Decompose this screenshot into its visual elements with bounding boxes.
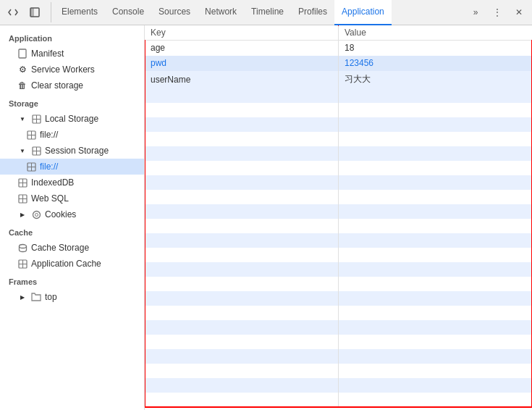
empty-row <box>145 103 532 117</box>
svg-rect-2 <box>19 49 26 58</box>
session-storage-icon <box>31 146 41 156</box>
cell-value: 18 <box>339 41 533 56</box>
sidebar-item-label: Web SQL <box>31 193 69 204</box>
empty-row <box>145 248 532 262</box>
svg-rect-1 <box>30 8 34 17</box>
cache-storage-icon <box>17 243 28 253</box>
tab-profiles[interactable]: Profiles <box>291 0 334 25</box>
data-table: Key Value age18pwd123456userName习大大 <box>145 25 532 407</box>
sidebar-item-frames-top[interactable]: ▶ top <box>0 289 144 305</box>
sidebar-section-application: Application <box>0 28 144 46</box>
empty-row <box>145 277 532 291</box>
toolbar-icons <box>3 2 51 22</box>
more-tabs-button[interactable]: » <box>465 2 486 22</box>
close-devtools-button[interactable]: ✕ <box>509 2 529 22</box>
empty-row <box>145 306 532 320</box>
file-icon <box>17 49 28 59</box>
websql-icon <box>17 193 28 204</box>
back-forward-icon[interactable] <box>3 2 23 22</box>
col-header-key: Key <box>145 25 339 41</box>
sidebar-item-session-storage[interactable]: ▼ Session Storage <box>0 143 144 159</box>
sidebar-item-label: Session Storage <box>45 146 109 156</box>
empty-row <box>145 393 532 407</box>
sidebar-item-label: Clear storage <box>31 80 83 91</box>
tab-timeline[interactable]: Timeline <box>244 0 291 25</box>
expand-icon3: ▶ <box>17 209 28 219</box>
session-file-icon <box>26 162 36 172</box>
tab-sources[interactable]: Sources <box>151 0 198 25</box>
right-panel: Key Value age18pwd123456userName习大大 <box>145 25 532 410</box>
indexeddb-icon <box>17 177 28 188</box>
dock-icon[interactable] <box>25 2 45 22</box>
app-cache-icon <box>17 259 28 269</box>
sidebar-item-cookies[interactable]: ▶ Cookies <box>0 206 144 222</box>
empty-row <box>145 132 532 146</box>
sidebar-item-label: Application Cache <box>31 259 101 269</box>
table-row[interactable]: pwd123456 <box>145 56 532 71</box>
svg-point-22 <box>35 213 38 216</box>
expand-icon4: ▶ <box>17 292 28 302</box>
sidebar-section-frames: Frames <box>0 272 144 289</box>
tab-application[interactable]: Application <box>334 0 392 25</box>
sidebar-item-application-cache[interactable]: Application Cache <box>0 256 144 272</box>
col-header-value: Value <box>339 25 533 41</box>
cell-key: pwd <box>145 56 339 71</box>
sidebar-item-local-storage[interactable]: ▼ Local Storage <box>0 111 144 127</box>
svg-point-21 <box>33 211 40 218</box>
sidebar-item-cache-storage[interactable]: Cache Storage <box>0 240 144 256</box>
empty-row <box>145 349 532 364</box>
sidebar-item-label: Manifest <box>31 49 64 59</box>
sidebar-item-label: Service Workers <box>31 64 95 75</box>
cell-key: userName <box>145 71 339 88</box>
tab-network[interactable]: Network <box>198 0 244 25</box>
sidebar-item-clear-storage[interactable]: 🗑 Clear storage <box>0 78 144 93</box>
sidebar-item-manifest[interactable]: Manifest <box>0 46 144 62</box>
tab-console[interactable]: Console <box>105 0 151 25</box>
sidebar-item-indexeddb[interactable]: IndexedDB <box>0 175 144 191</box>
tab-bar-actions: » ⋮ ✕ <box>465 2 529 22</box>
devtools-menu-button[interactable]: ⋮ <box>487 2 507 22</box>
main-content: Application Manifest ⚙ Service Workers 🗑… <box>0 25 532 410</box>
sidebar-item-local-storage-file[interactable]: file:// <box>0 127 144 143</box>
cookies-icon <box>31 209 41 219</box>
empty-row <box>145 378 532 393</box>
empty-row <box>145 88 532 103</box>
sidebar-item-label: Cache Storage <box>31 243 89 253</box>
empty-row <box>145 117 532 132</box>
expand-icon: ▼ <box>17 114 28 124</box>
data-table-wrapper[interactable]: Key Value age18pwd123456userName习大大 <box>145 25 532 410</box>
empty-row <box>145 291 532 306</box>
empty-row <box>145 190 532 204</box>
gear-icon: ⚙ <box>17 64 28 75</box>
empty-row <box>145 262 532 277</box>
local-storage-icon <box>31 114 41 124</box>
svg-point-23 <box>19 244 26 248</box>
cell-value: 习大大 <box>339 71 533 88</box>
empty-row <box>145 204 532 219</box>
trash-icon: 🗑 <box>17 80 28 91</box>
sidebar: Application Manifest ⚙ Service Workers 🗑… <box>0 25 145 410</box>
sidebar-item-web-sql[interactable]: Web SQL <box>0 191 144 206</box>
table-row[interactable]: userName习大大 <box>145 71 532 88</box>
empty-row <box>145 175 532 190</box>
empty-row <box>145 146 532 161</box>
sidebar-item-session-file[interactable]: file:// <box>0 159 144 175</box>
sidebar-section-storage: Storage <box>0 93 144 111</box>
empty-row <box>145 219 532 233</box>
sidebar-item-label: top <box>45 292 57 302</box>
cell-value: 123456 <box>339 56 533 71</box>
expand-icon2: ▼ <box>17 146 28 156</box>
empty-row <box>145 233 532 248</box>
tab-elements[interactable]: Elements <box>54 0 105 25</box>
sidebar-item-label: file:// <box>40 162 58 172</box>
sidebar-item-service-workers[interactable]: ⚙ Service Workers <box>0 62 144 78</box>
file-db-icon <box>26 130 36 140</box>
sidebar-item-label: Local Storage <box>45 114 98 124</box>
empty-row <box>145 335 532 349</box>
tab-bar: Elements Console Sources Network Timelin… <box>0 0 532 25</box>
sidebar-item-label: IndexedDB <box>31 177 74 188</box>
table-row[interactable]: age18 <box>145 41 532 56</box>
cell-key: age <box>145 41 339 56</box>
empty-row <box>145 161 532 175</box>
empty-row <box>145 320 532 335</box>
